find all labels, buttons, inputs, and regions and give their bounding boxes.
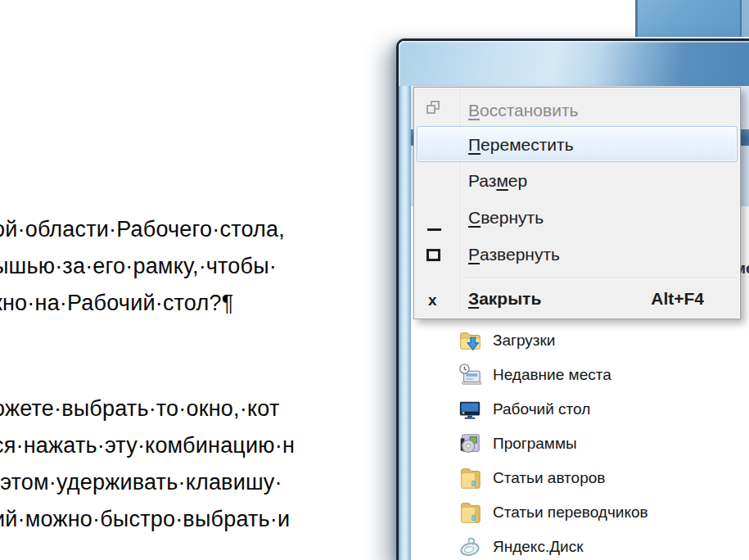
document-text-line: ся·нажать·эту·комбинацию·н: [0, 427, 295, 464]
menu-item-label-accel: П: [468, 135, 481, 155]
document-text-line: ·этом·удерживать·клавишу·: [0, 464, 282, 501]
sidebar-item-programs[interactable]: Программы: [458, 427, 577, 461]
menu-item-minimize[interactable]: Свернуть: [414, 200, 740, 236]
sidebar-item-recent-places[interactable]: Недавние места: [458, 358, 611, 392]
recent-places-icon: [458, 363, 482, 387]
sidebar-item-label: Рабочий стол: [493, 400, 590, 418]
window-left-glass-border: [399, 86, 411, 560]
menu-item-label-accel: В: [468, 101, 480, 120]
sidebar-item-label: Статьи авторов: [493, 469, 605, 487]
document-text-line: ожете·выбрать·то·окно,·кот: [0, 391, 279, 427]
sidebar-item-desktop[interactable]: Рабочий стол: [458, 392, 590, 427]
folder-icon: [458, 500, 482, 525]
document-text-line: ой·области·Рабочего·стола,: [0, 211, 285, 248]
menu-item-label: ереместить: [481, 135, 574, 155]
menu-item-label-accel: С: [468, 208, 481, 228]
document-text-line: ышью·за·его·рамку,·чтобы·: [0, 248, 277, 285]
window-titlebar[interactable]: [399, 41, 749, 86]
sidebar-item-label: Яндекс.Диск: [493, 538, 583, 556]
document-text-line: ий·можно·быстро·выбрать·и: [0, 501, 290, 538]
menu-item-label: вернуть: [481, 208, 544, 228]
menu-item-restore[interactable]: Восстановить: [414, 93, 740, 129]
system-menu-popup: x Восстановить Переместить Размер Сверну…: [413, 87, 741, 319]
menu-item-label: азвернуть: [480, 245, 560, 264]
menu-item-close[interactable]: Закрыть Alt+F4: [414, 281, 740, 317]
menu-separator: [462, 278, 737, 279]
menu-item-label-accel: м: [496, 171, 508, 191]
background-window-fragment: [635, 0, 742, 37]
menu-item-shortcut: Alt+F4: [651, 289, 704, 309]
menu-item-label: Раз: [468, 171, 496, 191]
sidebar-item-label: Программы: [493, 435, 577, 453]
sidebar-item-authors-articles[interactable]: Статьи авторов: [458, 461, 605, 495]
menu-item-label-accel: З: [468, 289, 479, 309]
document-text-line: кно·на·Рабочий·стол?¶: [0, 285, 233, 322]
menu-item-size[interactable]: Размер: [414, 163, 740, 199]
menu-item-label: ер: [508, 171, 527, 191]
desktop-icon: [458, 397, 482, 422]
sidebar-item-translators-articles[interactable]: Статьи переводчиков: [458, 495, 648, 530]
sidebar-item-yandex-disk[interactable]: Яндекс.Диск: [458, 530, 583, 560]
sidebar-item-label: Загрузки: [493, 332, 555, 350]
programs-folder-icon: [458, 431, 482, 456]
folder-icon: [458, 466, 482, 490]
menu-item-maximize[interactable]: Развернуть: [414, 237, 740, 273]
yandex-disk-icon: [458, 535, 482, 559]
sidebar-item-label: Статьи переводчиков: [493, 504, 648, 522]
menu-item-move[interactable]: Переместить: [414, 127, 740, 163]
sidebar-item-downloads[interactable]: Загрузки: [458, 323, 555, 358]
background-window-fragment-edge: [740, 0, 749, 37]
menu-item-label-accel: Р: [468, 245, 480, 264]
menu-item-label: осстановить: [480, 101, 578, 120]
sidebar-item-label: Недавние места: [493, 366, 611, 384]
downloads-folder-icon: [458, 328, 482, 353]
menu-item-label: акрыть: [479, 289, 541, 309]
